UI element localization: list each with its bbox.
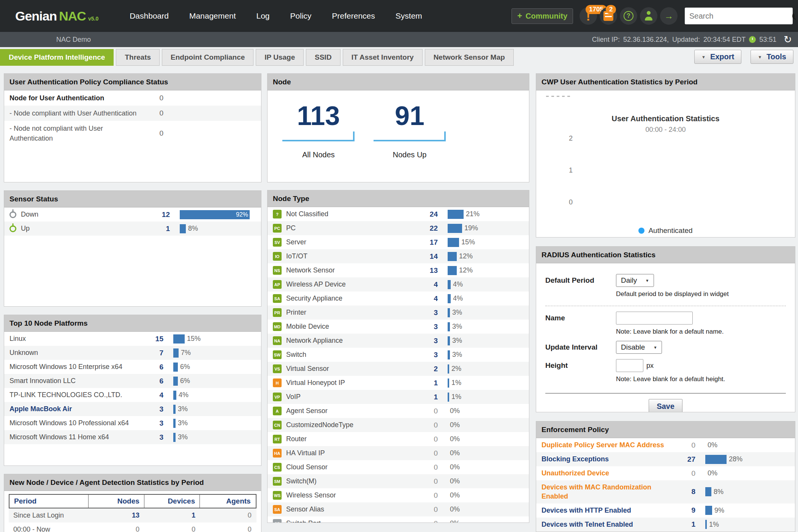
row-bar: [448, 378, 449, 388]
table-row[interactable]: Since Last Login1310: [9, 508, 256, 522]
list-item[interactable]: Linux1515%: [4, 332, 261, 346]
tab-ip-usage[interactable]: IP Usage: [256, 49, 304, 66]
column-header-devices[interactable]: Devices: [144, 495, 200, 508]
row-bar: [448, 294, 451, 303]
list-item[interactable]: Devices with MAC Randomization Enabled88…: [536, 480, 795, 504]
update-interval-select[interactable]: Disable ▼: [616, 341, 662, 354]
list-item[interactable]: Apple MacBook Air33%: [4, 402, 261, 416]
alerts-button[interactable]: ! 1705: [580, 7, 597, 25]
column-header-agents[interactable]: Agents: [200, 495, 255, 508]
chart-legend[interactable]: Authenticated: [536, 226, 795, 235]
list-item[interactable]: Up18%: [4, 222, 261, 236]
list-item[interactable]: HVirtual Honeypot IP11%: [268, 376, 529, 390]
list-item[interactable]: HAHA Virtual IP00%: [268, 446, 529, 460]
menu-item-policy[interactable]: Policy: [280, 0, 322, 32]
tab-endpoint-compliance[interactable]: Endpoint Compliance: [162, 49, 253, 66]
list-item[interactable]: IOIoT/OT1412%: [268, 249, 529, 263]
column-header-period[interactable]: Period: [10, 495, 88, 508]
row-label: Unauthorized Device: [542, 466, 673, 480]
list-item[interactable]: Node for User Authentication0: [4, 90, 261, 106]
community-button[interactable]: + Community: [511, 8, 573, 24]
tab-it-asset-inventory[interactable]: IT Asset Inventory: [343, 49, 423, 66]
list-item[interactable]: SASecurity Appliance44%: [268, 291, 529, 306]
height-field[interactable]: [616, 359, 643, 372]
list-item[interactable]: Devices with HTTP Enabled99%: [536, 504, 795, 518]
row-label: HA Virtual IP: [286, 446, 415, 460]
row-percent: 6%: [180, 363, 190, 371]
node-type-widget: Node Type ?Not Classified2421%PCPC2219%S…: [267, 190, 529, 523]
tab-device-platform-intelligence[interactable]: Device Platform Intelligence: [0, 49, 114, 66]
menu-item-preferences[interactable]: Preferences: [322, 0, 385, 32]
list-item[interactable]: PCPC2219%: [268, 221, 529, 235]
list-item[interactable]: Devices with Telnet Enabled11%: [536, 518, 795, 532]
list-item[interactable]: AAgent Sensor00%: [268, 404, 529, 418]
list-item[interactable]: Blocking Exceptions2728%: [536, 452, 795, 466]
menu-item-system[interactable]: System: [385, 0, 432, 32]
metric-all-nodes[interactable]: 113All Nodes: [273, 97, 364, 182]
list-item[interactable]: SWSwitch33%: [268, 348, 529, 362]
row-bar: [448, 210, 464, 219]
list-item[interactable]: Microsoft Windows 10 Professional x6433%: [4, 416, 261, 430]
list-item[interactable]: WSWireless Sensor00%: [268, 488, 529, 502]
row-percent: 28%: [729, 455, 743, 463]
widget-title: User Authentication Policy Compliance St…: [4, 74, 261, 90]
row-label: Down: [21, 207, 147, 221]
row-count: 27: [673, 455, 695, 464]
list-item[interactable]: NANetwork Appliance33%: [268, 334, 529, 348]
menu-item-management[interactable]: Management: [179, 0, 246, 32]
list-item[interactable]: PRPrinter33%: [268, 306, 529, 320]
list-item[interactable]: SASensor Alias00%: [268, 502, 529, 516]
tab-network-sensor-map[interactable]: Network Sensor Map: [425, 49, 514, 66]
account-button[interactable]: [640, 7, 657, 25]
list-item[interactable]: CNCustomizedNodeType00%: [268, 418, 529, 432]
row-label: Switch: [286, 348, 415, 361]
help-button[interactable]: ?: [620, 7, 637, 25]
list-item[interactable]: RTRouter00%: [268, 432, 529, 446]
list-item[interactable]: - Node not compliant with User Authentic…: [4, 121, 261, 146]
row-bar: [173, 405, 176, 414]
tools-button[interactable]: ▼ Tools: [750, 50, 793, 64]
update-interval-label: Update Interval: [545, 341, 616, 354]
logout-button[interactable]: →: [660, 7, 678, 25]
list-item[interactable]: Duplicate Policy Server MAC Address00%: [536, 438, 795, 452]
row-bar-zone: 3%: [438, 350, 524, 359]
list-item[interactable]: SPSwitch Port00%: [268, 516, 529, 522]
list-item[interactable]: Microsoft Windows 11 Home x6433%: [4, 430, 261, 444]
printer-icon: PR: [273, 308, 282, 317]
list-item[interactable]: SMSwitch(M)00%: [268, 474, 529, 488]
search-input[interactable]: [689, 12, 790, 21]
list-item[interactable]: Unknown77%: [4, 346, 261, 360]
list-item[interactable]: - Node compliant with User Authenticatio…: [4, 106, 261, 121]
row-label: Apple MacBook Air: [10, 402, 141, 416]
list-item[interactable]: Microsoft Windows 10 Enterprise x6466%: [4, 360, 261, 374]
row-bar: [173, 377, 178, 386]
save-button[interactable]: Save: [649, 399, 682, 412]
menu-item-log[interactable]: Log: [246, 0, 280, 32]
refresh-icon[interactable]: ↻: [784, 34, 792, 46]
list-item[interactable]: MDMobile Device33%: [268, 320, 529, 334]
name-field[interactable]: [616, 312, 693, 325]
app-logo[interactable]: Genian NAC v5.0: [15, 9, 98, 24]
list-item[interactable]: Down1292%: [4, 207, 261, 222]
table-row[interactable]: 00:00 - Now000: [9, 522, 256, 532]
search-icon[interactable]: [792, 13, 795, 19]
row-count: 0: [415, 407, 438, 415]
tab-threats[interactable]: Threats: [116, 49, 160, 66]
list-item[interactable]: ?Not Classified2421%: [268, 207, 529, 221]
list-item[interactable]: VSVirtual Sensor22%: [268, 362, 529, 376]
list-item[interactable]: NSNetwork Sensor1312%: [268, 263, 529, 277]
column-header-nodes[interactable]: Nodes: [88, 495, 144, 508]
list-item[interactable]: VPVoIP11%: [268, 390, 529, 404]
menu-item-dashboard[interactable]: Dashboard: [119, 0, 179, 32]
default-period-select[interactable]: Daily ▼: [616, 274, 654, 287]
logs-button[interactable]: 2: [600, 7, 617, 25]
list-item[interactable]: Unauthorized Device00%: [536, 466, 795, 480]
export-button[interactable]: ▼ Export: [694, 50, 741, 64]
list-item[interactable]: CSCloud Sensor00%: [268, 460, 529, 474]
tab-ssid[interactable]: SSID: [306, 49, 340, 66]
list-item[interactable]: SVServer1715%: [268, 235, 529, 249]
metric-nodes-up[interactable]: 91Nodes Up: [364, 97, 455, 182]
list-item[interactable]: TP-LINK TECHNOLOGIES CO.,LTD.44%: [4, 388, 261, 402]
list-item[interactable]: Smart Innovation LLC66%: [4, 374, 261, 388]
list-item[interactable]: APWireless AP Device44%: [268, 277, 529, 291]
